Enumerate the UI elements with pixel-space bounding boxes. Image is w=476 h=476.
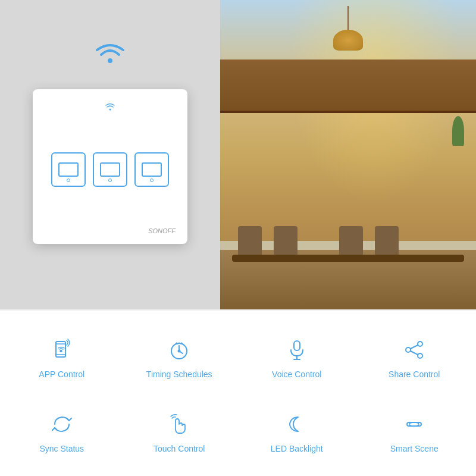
svg-point-15 [418, 353, 422, 358]
svg-point-13 [418, 342, 422, 346]
led-backlight-label: LED Backlight [271, 444, 323, 453]
kitchen-lamp [333, 6, 363, 51]
timing-schedules-label: Timing Schedules [146, 369, 212, 379]
share-control-label: Share Control [389, 369, 440, 379]
left-panel: SONOFF [0, 0, 220, 309]
voice-control-label: Voice Control [272, 369, 321, 379]
svg-point-9 [178, 350, 180, 352]
touch-control-label: Touch Control [154, 444, 205, 453]
plant [452, 116, 464, 146]
sync-status-label: Sync Status [39, 444, 84, 453]
feature-touch-control: Touch Control [124, 397, 236, 465]
mic-icon [282, 335, 312, 365]
share-icon [399, 335, 429, 365]
switch-button-1[interactable] [51, 152, 86, 187]
svg-point-14 [406, 347, 411, 352]
phone-icon [47, 335, 77, 365]
switch-wifi-icon [104, 101, 116, 113]
feature-app-control: APP Control [6, 322, 118, 391]
svg-rect-10 [294, 341, 300, 350]
wand-icon [399, 409, 429, 439]
switch-panel: SONOFF [33, 89, 187, 244]
svg-line-16 [411, 345, 418, 349]
feature-voice-control: Voice Control [241, 322, 353, 391]
right-panel [220, 0, 476, 309]
feature-led-backlight: LED Backlight [241, 397, 353, 465]
smart-scene-label: Smart Scene [390, 444, 439, 453]
dining-table [232, 255, 464, 262]
svg-line-17 [411, 351, 418, 355]
kitchen-cabinets-top [220, 60, 476, 113]
sonoff-logo: SONOFF [148, 227, 176, 234]
feature-sync-status: Sync Status [6, 397, 118, 465]
feature-smart-scene: Smart Scene [359, 397, 471, 465]
app-control-label: APP Control [39, 369, 84, 379]
svg-point-0 [108, 58, 112, 63]
wifi-icon-large [92, 36, 128, 67]
features-section: APP Control Timing Schedules [0, 311, 476, 476]
product-image-section: SONOFF [0, 0, 476, 309]
switch-buttons-row [51, 152, 169, 187]
feature-share-control: Share Control [359, 322, 471, 391]
sync-icon [47, 409, 77, 439]
svg-point-5 [60, 350, 61, 351]
switch-button-3[interactable] [134, 152, 169, 187]
moon-icon [282, 409, 312, 439]
svg-point-1 [109, 109, 111, 111]
switch-button-2[interactable] [93, 152, 127, 187]
touch-icon [164, 409, 194, 439]
clock-icon [164, 335, 194, 365]
feature-timing-schedules: Timing Schedules [124, 322, 236, 391]
